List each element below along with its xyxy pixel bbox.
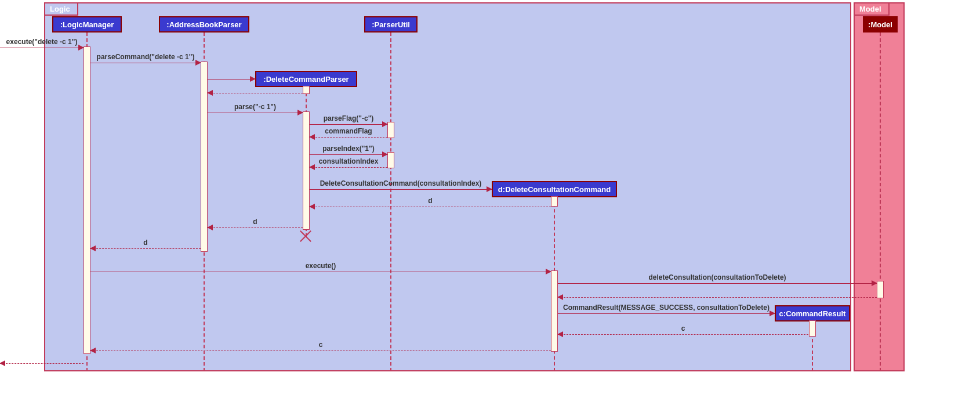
msg-create-command-result-label: CommandResult(MESSAGE_SUCCESS, consultat… <box>563 304 770 312</box>
msg-execute: execute() <box>90 272 551 272</box>
arrowhead-icon <box>487 186 492 192</box>
msg-return-command-flag-label: commandFlag <box>325 127 372 135</box>
activation-delete-consultation-command-1 <box>551 196 558 207</box>
msg-parse-flag: parseFlag("-c") <box>310 124 387 125</box>
activation-delete-command-parser-2 <box>303 111 310 230</box>
msg-return-external <box>0 363 84 364</box>
msg-return-from-model <box>558 297 877 298</box>
participant-parser-util: :ParserUtil <box>364 16 418 32</box>
msg-parse-index: parseIndex("1") <box>310 154 387 155</box>
msg-return-d-to-lm: d <box>90 248 201 249</box>
arrowhead-icon <box>309 134 315 140</box>
activation-delete-command-parser-1 <box>303 86 310 94</box>
msg-return-c-to-lm: c <box>90 351 551 351</box>
msg-return-c-label-1: c <box>681 324 685 333</box>
frame-model: Model <box>854 2 905 371</box>
participant-command-result: c:CommandResult <box>775 305 850 321</box>
msg-parse-flag-label: parseFlag("-c") <box>324 114 374 122</box>
msg-return-delete-command-parser <box>208 93 303 93</box>
arrowhead-icon <box>872 280 877 286</box>
msg-return-d-to-dcp: d <box>310 207 551 207</box>
participant-model: :Model <box>863 16 898 32</box>
participant-logic-manager: :LogicManager <box>52 16 122 32</box>
msg-return-consultation-index-label: consultationIndex <box>319 157 379 165</box>
activation-delete-consultation-command-2 <box>551 270 558 352</box>
activation-model <box>877 281 884 298</box>
msg-execute-delete-label: execute("delete -c 1") <box>6 38 78 46</box>
activation-command-result <box>809 320 816 337</box>
activation-parser-util-1 <box>387 122 394 138</box>
arrowhead-icon <box>0 360 5 366</box>
msg-return-d-label-1: d <box>428 197 432 205</box>
participant-delete-command-parser: :DeleteCommandParser <box>255 71 357 87</box>
msg-create-delete-consultation-command: DeleteConsultationCommand(consultationIn… <box>310 189 492 190</box>
msg-parse-command: parseCommand("delete -c 1") <box>90 63 201 63</box>
msg-execute-delete: execute("delete -c 1") <box>0 48 84 48</box>
frame-model-label: Model <box>855 3 890 16</box>
msg-return-c-to-d: c <box>558 334 808 335</box>
msg-return-d-label-2: d <box>253 218 257 226</box>
arrowhead-icon <box>557 331 563 337</box>
msg-delete-consultation: deleteConsultation(consultationToDelete) <box>558 283 877 284</box>
arrowhead-icon <box>90 245 96 251</box>
arrowhead-icon <box>770 310 775 316</box>
msg-return-consultation-index: consultationIndex <box>310 167 387 168</box>
arrowhead-icon <box>382 151 388 157</box>
arrowhead-icon <box>309 164 315 170</box>
arrowhead-icon <box>546 269 551 274</box>
msg-return-d-to-abp: d <box>208 227 303 228</box>
arrowhead-icon <box>382 121 388 127</box>
msg-create-command-result: CommandResult(MESSAGE_SUCCESS, consultat… <box>558 313 775 314</box>
arrowhead-icon <box>207 225 213 230</box>
msg-create-dcc-label: DeleteConsultationCommand(consultationIn… <box>320 179 482 187</box>
lifeline-parser-util <box>390 32 391 371</box>
arrowhead-icon <box>90 348 96 353</box>
msg-create-delete-command-parser <box>208 79 255 80</box>
msg-execute-label: execute() <box>306 262 336 270</box>
msg-parse-command-label: parseCommand("delete -c 1") <box>97 53 195 61</box>
msg-return-d-label-3: d <box>143 239 147 247</box>
arrowhead-icon <box>78 45 84 50</box>
msg-parse-index-label: parseIndex("1") <box>322 144 374 153</box>
arrowhead-icon <box>309 204 315 209</box>
arrowhead-icon <box>195 60 201 66</box>
frame-logic-label: Logic <box>45 3 78 16</box>
activation-logic-manager <box>84 46 90 354</box>
arrowhead-icon <box>207 90 213 96</box>
participant-address-book-parser: :AddressBookParser <box>159 16 249 32</box>
msg-parse-label: parse("-c 1") <box>234 103 276 111</box>
sequence-diagram: Logic Model :LogicManager :AddressBookPa… <box>0 0 980 401</box>
lifeline-model <box>880 32 881 371</box>
msg-delete-consultation-label: deleteConsultation(consultationToDelete) <box>648 273 786 281</box>
msg-return-command-flag: commandFlag <box>310 137 387 138</box>
arrowhead-icon <box>250 76 256 82</box>
msg-return-c-label-2: c <box>319 341 323 349</box>
activation-parser-util-2 <box>387 152 394 168</box>
arrowhead-icon <box>297 110 303 115</box>
msg-parse: parse("-c 1") <box>208 113 303 113</box>
participant-delete-consultation-command: d:DeleteConsultationCommand <box>492 181 617 197</box>
arrowhead-icon <box>557 294 563 300</box>
